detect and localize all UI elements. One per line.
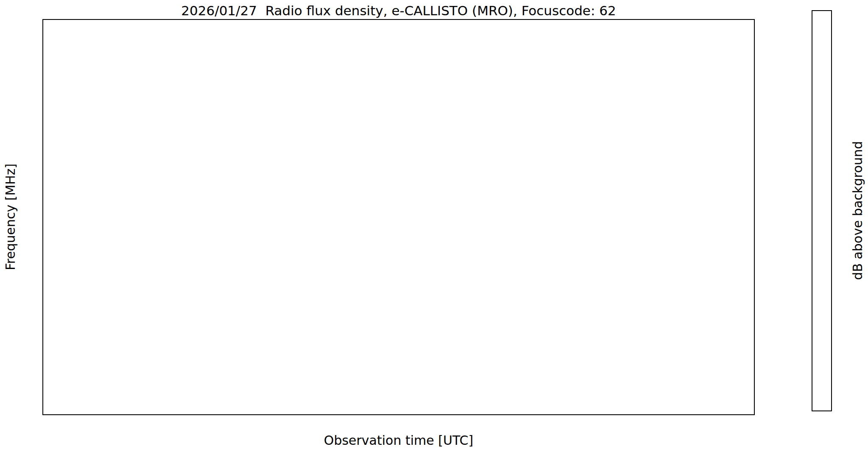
- spectrogram-canvas: [43, 20, 754, 414]
- colorbar: [812, 10, 832, 411]
- plot-area: [42, 19, 755, 415]
- spectrogram-figure: 2026/01/27 Radio flux density, e-CALLIST…: [0, 0, 868, 452]
- colorbar-gradient: [812, 11, 831, 410]
- colorbar-label: dB above background: [850, 141, 865, 280]
- y-axis-label: Frequency [MHz]: [3, 164, 18, 270]
- chart-title: 2026/01/27 Radio flux density, e-CALLIST…: [43, 3, 754, 18]
- x-axis-label: Observation time [UTC]: [43, 433, 754, 448]
